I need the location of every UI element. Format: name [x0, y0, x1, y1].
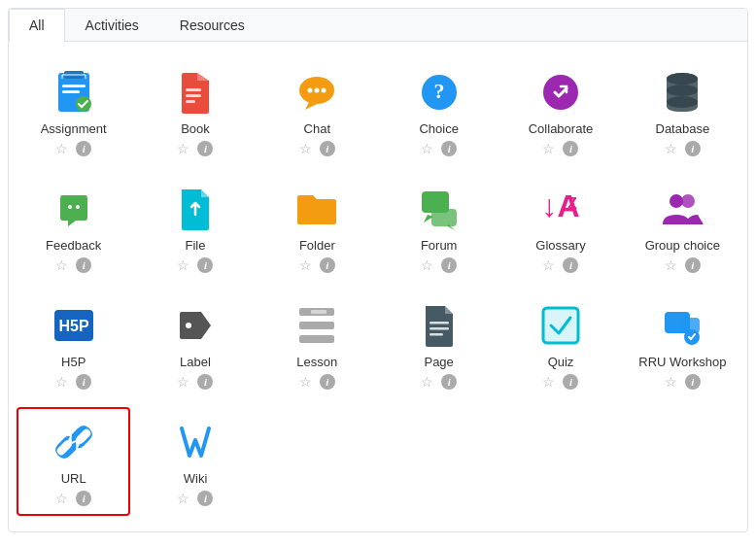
group-choice-info[interactable]: i	[685, 257, 701, 273]
item-glossary[interactable]: ↓AZ Glossary ☆ i	[503, 174, 617, 283]
item-quiz[interactable]: Quiz ☆ i	[503, 290, 617, 399]
feedback-star[interactable]: ☆	[55, 257, 68, 273]
h5p-info[interactable]: i	[76, 374, 91, 390]
svg-rect-34	[311, 310, 326, 314]
assignment-star[interactable]: ☆	[55, 141, 68, 156]
label-info[interactable]: i	[197, 374, 213, 390]
item-collaborate[interactable]: Collaborate ☆ i	[503, 57, 617, 166]
item-book[interactable]: Book ☆ i	[138, 57, 252, 166]
collaborate-info[interactable]: i	[563, 141, 578, 156]
chat-star[interactable]: ☆	[299, 141, 312, 156]
svg-point-12	[322, 88, 326, 93]
h5p-star[interactable]: ☆	[55, 374, 68, 390]
group-choice-star[interactable]: ☆	[665, 257, 677, 273]
chat-label: Chat	[304, 121, 330, 136]
item-h5p[interactable]: H5P H5P ☆ i	[17, 290, 130, 399]
item-feedback[interactable]: Feedback ☆ i	[17, 174, 130, 283]
item-assignment[interactable]: Assignment ☆ i	[17, 57, 130, 166]
file-info[interactable]: i	[197, 257, 213, 273]
collaborate-label: Collaborate	[529, 121, 594, 136]
item-folder[interactable]: Folder ☆ i	[260, 174, 374, 283]
forum-info[interactable]: i	[441, 257, 457, 273]
database-info[interactable]: i	[685, 141, 701, 156]
item-rru-workshop[interactable]: RRU Workshop ☆ i	[626, 290, 739, 399]
svg-rect-35	[430, 322, 449, 324]
svg-point-21	[76, 205, 80, 209]
page-star[interactable]: ☆	[421, 374, 433, 390]
item-lesson[interactable]: Lesson ☆ i	[260, 290, 374, 399]
chat-icon	[293, 69, 340, 116]
wiki-label: Wiki	[184, 471, 208, 486]
page-info[interactable]: i	[441, 374, 457, 390]
file-actions: ☆ i	[177, 257, 213, 273]
url-info[interactable]: i	[76, 491, 91, 506]
item-file[interactable]: File ☆ i	[138, 174, 252, 283]
glossary-info[interactable]: i	[563, 257, 578, 273]
file-label: File	[186, 238, 206, 253]
svg-point-10	[308, 88, 313, 93]
wiki-icon	[172, 419, 219, 465]
wiki-star[interactable]: ☆	[177, 491, 189, 506]
item-url[interactable]: URL ☆ i	[17, 407, 130, 516]
item-choice[interactable]: ? Choice ☆ i	[382, 57, 496, 166]
choice-star[interactable]: ☆	[421, 141, 433, 156]
forum-star[interactable]: ☆	[421, 257, 433, 273]
svg-point-27	[681, 194, 695, 208]
svg-point-17	[667, 73, 698, 85]
tab-resources[interactable]: Resources	[159, 9, 265, 41]
tab-all[interactable]: All	[9, 9, 65, 42]
database-icon	[659, 69, 705, 116]
h5p-actions: ☆ i	[55, 374, 91, 390]
glossary-label: Glossary	[535, 238, 585, 253]
svg-rect-38	[543, 308, 578, 343]
book-star[interactable]: ☆	[177, 141, 189, 156]
item-forum[interactable]: Forum ☆ i	[382, 174, 496, 283]
item-chat[interactable]: Chat ☆ i	[260, 57, 374, 166]
collaborate-star[interactable]: ☆	[542, 141, 555, 156]
svg-rect-6	[186, 88, 201, 91]
item-label[interactable]: Label ☆ i	[138, 290, 252, 399]
page-label: Page	[424, 355, 453, 369]
feedback-actions: ☆ i	[55, 257, 91, 273]
item-group-choice[interactable]: Group choice ☆ i	[626, 174, 739, 283]
quiz-icon	[537, 302, 584, 349]
svg-text:H5P: H5P	[58, 318, 88, 334]
database-star[interactable]: ☆	[665, 141, 677, 156]
quiz-actions: ☆ i	[542, 374, 578, 390]
url-actions: ☆ i	[55, 491, 91, 506]
chat-info[interactable]: i	[320, 141, 335, 156]
choice-actions: ☆ i	[421, 141, 457, 156]
lesson-info[interactable]: i	[320, 374, 335, 390]
item-wiki[interactable]: Wiki ☆ i	[138, 407, 252, 516]
feedback-info[interactable]: i	[76, 257, 91, 273]
tabs-bar: All Activities Resources	[9, 9, 747, 42]
book-info[interactable]: i	[197, 141, 213, 156]
activity-picker: All Activities Resources Assignment ☆ i …	[8, 8, 748, 532]
assignment-info[interactable]: i	[76, 141, 91, 156]
url-star[interactable]: ☆	[55, 491, 68, 506]
folder-icon	[293, 186, 340, 232]
rru-workshop-star[interactable]: ☆	[665, 374, 677, 390]
lesson-star[interactable]: ☆	[299, 374, 312, 390]
file-icon	[172, 186, 219, 232]
rru-workshop-info[interactable]: i	[685, 374, 701, 390]
feedback-label: Feedback	[46, 238, 101, 253]
wiki-info[interactable]: i	[197, 491, 213, 506]
glossary-star[interactable]: ☆	[542, 257, 555, 273]
file-star[interactable]: ☆	[177, 257, 189, 273]
group-choice-label: Group choice	[645, 238, 720, 253]
item-database[interactable]: Database ☆ i	[626, 57, 739, 166]
folder-star[interactable]: ☆	[299, 257, 312, 273]
folder-info[interactable]: i	[320, 257, 335, 273]
quiz-star[interactable]: ☆	[542, 374, 555, 390]
page-actions: ☆ i	[421, 374, 457, 390]
collaborate-icon	[537, 69, 584, 116]
quiz-info[interactable]: i	[563, 374, 578, 390]
page-icon	[416, 302, 463, 349]
label-star[interactable]: ☆	[177, 374, 189, 390]
assignment-label: Assignment	[41, 121, 107, 136]
rru-workshop-icon	[659, 302, 705, 349]
item-page[interactable]: Page ☆ i	[382, 290, 496, 399]
tab-activities[interactable]: Activities	[65, 9, 159, 41]
choice-info[interactable]: i	[441, 141, 457, 156]
